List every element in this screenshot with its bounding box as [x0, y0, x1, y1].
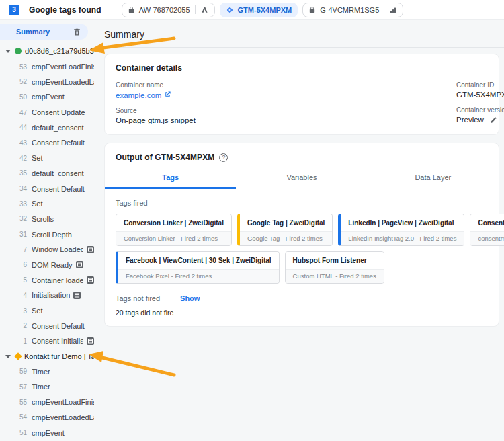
event-row[interactable]: 31Scroll Depth — [0, 227, 94, 242]
event-number: 47 — [13, 109, 27, 116]
tags-fired-row-2: Facebook | ViewContent | 30 Sek | ZweiDi… — [116, 251, 499, 284]
event-number: 33 — [13, 200, 27, 208]
event-label: Set — [32, 154, 43, 162]
divider — [104, 47, 504, 48]
event-row[interactable]: 42Set — [0, 151, 94, 166]
event-label: cmpEvent — [32, 429, 65, 437]
container-details-title: Container details — [116, 63, 488, 73]
event-label: Set — [32, 200, 43, 208]
container-name-link[interactable]: example.com — [116, 91, 171, 99]
event-number: 51 — [13, 429, 27, 436]
tag-subtitle: Custom HTML - Fired 2 times — [286, 269, 384, 283]
event-label: Consent Default — [32, 185, 85, 193]
event-row[interactable]: 44default_consent — [0, 120, 94, 135]
event-row[interactable]: 59Timer — [0, 364, 94, 379]
top-bar: 3 Google tags found AW-768702055 GTM-5X4… — [0, 0, 504, 20]
event-row[interactable]: 32Scrolls — [0, 212, 94, 227]
summary-label: Summary — [16, 28, 73, 36]
tag-card-hubspot-form-listener[interactable]: Hubspot Form Listener Custom HTML - Fire… — [285, 251, 384, 284]
container-id-value: GTM-5X4MPXM — [456, 91, 504, 99]
event-row[interactable]: 52cmpEventLoadedLayer... — [0, 74, 94, 89]
event-label: cmpEventLoadFinished — [32, 63, 94, 71]
group-label: Kontakt für Demo | Taxy.... — [24, 352, 94, 360]
container-version-value: Preview — [456, 116, 484, 124]
gtm-diamond-icon — [226, 6, 234, 14]
event-group-kontakt[interactable]: Kontakt für Demo | Taxy.... — [0, 349, 94, 364]
event-row[interactable]: 55cmpEventLoadFinished — [0, 395, 94, 410]
tag-title: Consent Manager — [470, 214, 504, 231]
event-number: 7 — [13, 246, 27, 253]
help-icon[interactable]: ? — [219, 153, 228, 162]
group-label: d0c8d6_c21a79d5b3ec6... — [25, 47, 94, 55]
tag-card-facebook-viewcontent[interactable]: Facebook | ViewContent | 30 Sek | ZweiDi… — [116, 251, 280, 284]
main-panel: Summary Container details Container name… — [94, 20, 504, 441]
tab-data-layer[interactable]: Data Layer — [368, 169, 499, 189]
pencil-icon[interactable] — [490, 117, 497, 125]
tag-card-conversion-linker[interactable]: Conversion Linker | ZweiDigital Conversi… — [116, 214, 232, 246]
event-label: Window Loaded — [32, 245, 83, 253]
green-dot-icon — [15, 48, 22, 54]
tag-title: Conversion Linker | ZweiDigital — [116, 214, 231, 231]
window-badge-icon — [76, 261, 83, 268]
event-number: 35 — [13, 169, 27, 177]
event-row[interactable]: 50cmpEvent — [0, 89, 94, 105]
page-title: Summary — [104, 29, 504, 40]
event-label: Consent Initialisation — [32, 337, 83, 345]
event-row[interactable]: 5Container loaded — [0, 272, 94, 288]
event-row[interactable]: 3Set — [0, 303, 94, 319]
show-link[interactable]: Show — [180, 294, 200, 303]
event-row[interactable]: 34Consent Default — [0, 181, 94, 196]
tag-pills: AW-768702055 GTM-5X4MPXM G-4VCMRM1SG5 — [122, 3, 404, 17]
event-row[interactable]: 51cmpEvent — [0, 425, 94, 440]
event-number: 2 — [13, 322, 27, 329]
tag-subtitle: Google Tag - Fired 2 times — [240, 231, 332, 245]
source-value: On-page gtm.js snippet — [116, 116, 456, 124]
event-row[interactable]: 54cmpEventLoadedLayer... — [0, 410, 94, 426]
tab-tags[interactable]: Tags — [105, 169, 236, 189]
event-row[interactable]: 53cmpEventLoadFinished — [0, 59, 94, 75]
event-row[interactable]: 47Consent Update — [0, 105, 94, 120]
event-label: Initialisation — [32, 291, 70, 299]
chevron-down-icon[interactable] — [5, 50, 11, 53]
event-row[interactable]: 6DOM Ready — [0, 257, 94, 273]
pill-aw-account[interactable]: AW-768702055 — [122, 3, 215, 17]
event-label: Timer — [32, 383, 50, 391]
event-label: default_consent — [32, 124, 84, 132]
event-row[interactable]: 4Initialisation — [0, 288, 94, 303]
event-number: 59 — [13, 368, 27, 375]
event-row[interactable]: 2Consent Default — [0, 318, 94, 333]
event-row[interactable]: 33Set — [0, 196, 94, 212]
tag-card-consent-manager[interactable]: Consent Manager consentmanager.net CMP &… — [470, 214, 504, 246]
event-row[interactable]: 7Window Loaded — [0, 242, 94, 257]
tags-not-fired-count: 20 tags did not fire — [116, 309, 488, 317]
chevron-down-icon[interactable] — [5, 355, 11, 358]
event-row[interactable]: 35default_consent — [0, 166, 94, 182]
event-row[interactable]: 57Timer — [0, 379, 94, 395]
event-label: Consent Default — [32, 322, 85, 330]
pill-gtm-container[interactable]: GTM-5X4MPXM — [220, 3, 298, 17]
sidebar-item-summary[interactable]: Summary — [0, 24, 88, 40]
event-group-page[interactable]: d0c8d6_c21a79d5b3ec6... — [0, 44, 94, 59]
event-label: cmpEventLoadFinished — [32, 398, 94, 406]
event-number: 32 — [13, 215, 27, 223]
pill-label: AW-768702055 — [139, 6, 190, 14]
pill-ga4-property[interactable]: G-4VCMRM1SG5 — [302, 3, 403, 17]
output-tabs: Tags Variables Data Layer — [105, 169, 499, 189]
event-row[interactable]: 1Consent Initialisation — [0, 333, 94, 349]
tab-variables[interactable]: Variables — [236, 169, 367, 189]
window-badge-icon — [87, 276, 94, 284]
lock-icon — [128, 6, 135, 13]
event-number: 44 — [13, 124, 27, 131]
tag-card-linkedin-pageview[interactable]: LinkedIn | PageView | ZweiDigital Linked… — [338, 214, 464, 246]
topbar-title: Google tags found — [29, 5, 101, 15]
divider — [195, 5, 196, 14]
trash-icon[interactable] — [73, 28, 81, 36]
event-number: 42 — [13, 155, 27, 162]
tag-card-google-tag[interactable]: Google Tag | ZweiDigital Google Tag - Fi… — [237, 214, 333, 246]
event-label: default_consent — [32, 169, 84, 177]
tag-title: Google Tag | ZweiDigital — [240, 214, 332, 231]
container-id-label: Container ID — [456, 81, 504, 89]
window-badge-icon — [73, 292, 81, 299]
event-row[interactable]: 43Consent Default — [0, 135, 94, 151]
tag-title: Facebook | ViewContent | 30 Sek | ZweiDi… — [118, 252, 279, 269]
